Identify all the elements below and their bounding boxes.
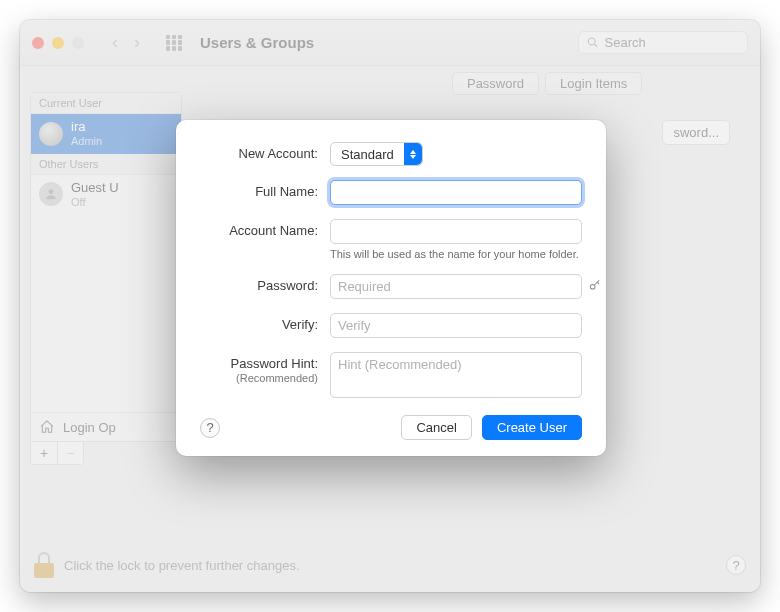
close-icon[interactable]	[32, 37, 44, 49]
cancel-button[interactable]: Cancel	[401, 415, 471, 440]
new-account-label: New Account:	[200, 142, 318, 161]
password-assistant-icon[interactable]	[588, 278, 602, 295]
add-remove-controls: + −	[30, 441, 84, 465]
nav-arrows: ‹ ›	[112, 32, 140, 53]
tab-password[interactable]: Password	[452, 72, 539, 95]
user-role: Admin	[71, 135, 102, 148]
verify-input[interactable]	[330, 313, 582, 338]
window-title: Users & Groups	[200, 34, 314, 51]
search-input[interactable]	[605, 35, 740, 50]
user-row-current[interactable]: ira Admin	[31, 114, 181, 154]
full-name-label: Full Name:	[200, 180, 318, 199]
login-options-row[interactable]: Login Op	[31, 412, 181, 441]
help-icon[interactable]: ?	[726, 555, 746, 575]
avatar	[39, 122, 63, 146]
add-user-button[interactable]: +	[31, 442, 57, 464]
password-hint-input[interactable]	[330, 352, 582, 398]
svg-point-1	[590, 284, 595, 289]
lock-icon[interactable]	[34, 552, 54, 578]
new-account-value: Standard	[331, 147, 404, 162]
search-field-wrap[interactable]	[578, 31, 748, 54]
window-controls	[32, 37, 84, 49]
other-users-header: Other Users	[31, 154, 181, 175]
current-user-header: Current User	[31, 93, 181, 114]
user-role: Off	[71, 196, 119, 209]
full-name-input[interactable]	[330, 180, 582, 205]
login-options-label: Login Op	[63, 420, 116, 435]
password-label: Password:	[200, 274, 318, 293]
change-password-button[interactable]: sword...	[662, 120, 730, 145]
account-name-label: Account Name:	[200, 219, 318, 238]
remove-user-button[interactable]: −	[57, 442, 83, 464]
account-name-hint: This will be used as the name for your h…	[330, 248, 582, 260]
users-sidebar: Current User ira Admin Other Users	[30, 92, 182, 442]
password-hint-label: Password Hint: (Recommended)	[200, 352, 318, 384]
minimize-icon[interactable]	[52, 37, 64, 49]
user-name: Guest U	[71, 181, 119, 196]
user-row-guest[interactable]: Guest U Off	[31, 175, 181, 215]
verify-label: Verify:	[200, 313, 318, 332]
back-icon[interactable]: ‹	[112, 32, 118, 53]
home-icon	[39, 419, 55, 435]
lock-text: Click the lock to prevent further change…	[64, 558, 300, 573]
avatar	[39, 182, 63, 206]
svg-point-0	[49, 190, 54, 195]
select-arrows-icon	[404, 143, 422, 165]
tab-login-items[interactable]: Login Items	[545, 72, 642, 95]
dialog-help-icon[interactable]: ?	[200, 418, 220, 438]
forward-icon[interactable]: ›	[134, 32, 140, 53]
create-user-button[interactable]: Create User	[482, 415, 582, 440]
search-icon	[587, 36, 599, 49]
zoom-icon[interactable]	[72, 37, 84, 49]
titlebar: ‹ › Users & Groups	[20, 20, 760, 66]
password-hint-sublabel: (Recommended)	[200, 372, 318, 384]
lock-bar: Click the lock to prevent further change…	[34, 552, 746, 578]
password-input[interactable]	[330, 274, 582, 299]
show-all-icon[interactable]	[166, 35, 182, 51]
account-name-input[interactable]	[330, 219, 582, 244]
tabbar: Password Login Items	[452, 72, 642, 95]
new-user-dialog: New Account: Standard Full Name: Account…	[176, 120, 606, 456]
user-name: ira	[71, 120, 102, 135]
new-account-select[interactable]: Standard	[330, 142, 423, 166]
